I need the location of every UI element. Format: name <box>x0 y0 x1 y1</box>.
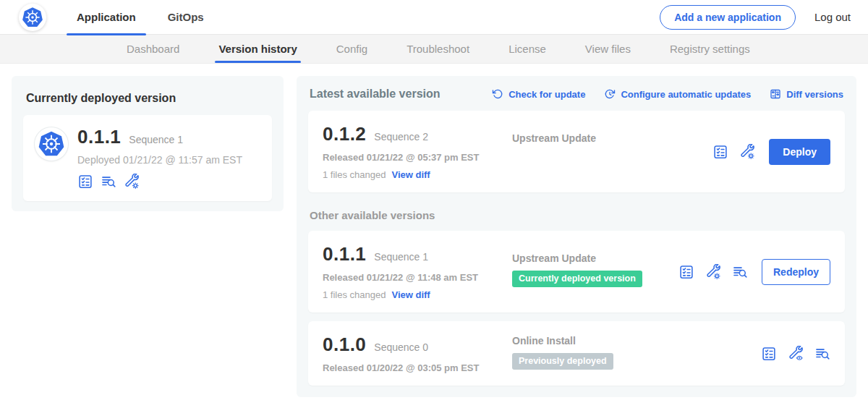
subnav-tab-config[interactable]: Config <box>317 35 387 63</box>
app-logo <box>35 127 68 161</box>
edit-config-icon[interactable] <box>705 264 721 280</box>
version-source: Upstream Update Currently deployed versi… <box>512 243 678 300</box>
version-actions: Redeploy <box>678 259 830 285</box>
view-diff-link[interactable]: View diff <box>391 289 430 300</box>
tab-gitops[interactable]: GitOps <box>158 0 214 35</box>
tab-application[interactable]: Application <box>67 0 146 35</box>
version-actions <box>761 346 830 362</box>
release-notes-icon[interactable] <box>712 144 728 160</box>
deployed-timestamp: Deployed 01/21/22 @ 11:57 am EST <box>77 154 242 166</box>
currently-deployed-card: 0.1.1 Sequence 1 Deployed 01/21/22 @ 11:… <box>23 115 272 201</box>
app-sub-nav: Dashboard Version history Config Trouble… <box>0 35 868 64</box>
version-info: 0.1.0 Sequence 0 Released 01/20/22 @ 03:… <box>323 333 512 373</box>
latest-available-title: Latest available version <box>310 88 441 101</box>
logout-button[interactable]: Log out <box>814 11 851 23</box>
released-timestamp: Released 01/21/22 @ 05:37 pm EST <box>323 152 512 163</box>
view-logs-icon[interactable] <box>101 174 116 190</box>
version-card-0-1-1: 0.1.1 Sequence 1 Released 01/21/22 @ 11:… <box>308 231 845 313</box>
edit-config-icon[interactable] <box>739 144 755 160</box>
main-content: Currently deployed version 0.1.1 Sequenc… <box>0 64 868 408</box>
version-source: Upstream Update <box>512 123 712 180</box>
release-notes-icon[interactable] <box>77 174 93 190</box>
sequence-label: Sequence 2 <box>374 131 428 143</box>
top-nav-right: Add a new application Log out <box>660 5 851 30</box>
tab-application-label: Application <box>77 11 136 23</box>
deployed-actions <box>77 174 242 190</box>
source-label: Upstream Update <box>512 132 712 144</box>
released-timestamp: Released 01/20/22 @ 03:05 pm EST <box>323 362 512 373</box>
redeploy-button[interactable]: Redeploy <box>762 259 830 285</box>
subnav-tab-troubleshoot[interactable]: Troubleshoot <box>387 35 489 63</box>
check-for-update-link[interactable]: Check for update <box>492 88 585 100</box>
sequence-label: Sequence 0 <box>374 341 428 353</box>
subnav-tab-license[interactable]: License <box>489 35 566 63</box>
version-card-0-1-0: 0.1.0 Sequence 0 Released 01/20/22 @ 03:… <box>308 321 845 386</box>
files-changed-label: 1 files changed <box>323 169 386 180</box>
deployed-version-number: 0.1.1 <box>77 126 121 148</box>
deploy-button[interactable]: Deploy <box>769 139 830 165</box>
version-number: 0.1.1 <box>323 243 366 265</box>
version-source: Online Install Previously deployed <box>512 333 761 373</box>
files-changed-label: 1 files changed <box>323 289 386 300</box>
refresh-icon <box>492 88 503 100</box>
edit-config-icon[interactable] <box>124 174 140 190</box>
release-notes-icon[interactable] <box>678 264 694 280</box>
subnav-tab-registry-settings[interactable]: Registry settings <box>650 35 770 63</box>
version-history-panel: Latest available version Check for updat… <box>297 76 856 397</box>
tab-gitops-label: GitOps <box>168 11 204 23</box>
version-card-0-1-2: 0.1.2 Sequence 2 Released 01/21/22 @ 05:… <box>308 111 845 192</box>
view-logs-icon[interactable] <box>814 346 830 362</box>
release-notes-icon[interactable] <box>761 346 777 362</box>
sequence-label: Sequence 1 <box>374 251 428 263</box>
currently-deployed-panel: Currently deployed version 0.1.1 Sequenc… <box>12 76 284 211</box>
subnav-tab-view-files[interactable]: View files <box>566 35 650 63</box>
version-number: 0.1.0 <box>323 333 366 356</box>
subnav-tab-version-history[interactable]: Version history <box>199 35 316 63</box>
deployed-sequence-label: Sequence 1 <box>129 134 183 145</box>
view-logs-icon[interactable] <box>732 264 748 280</box>
configure-automatic-updates-link[interactable]: Configure automatic updates <box>604 88 751 100</box>
subnav-tab-dashboard[interactable]: Dashboard <box>107 35 199 63</box>
released-timestamp: Released 01/21/22 @ 11:48 am EST <box>323 272 512 283</box>
currently-deployed-badge: Currently deployed version <box>512 271 642 287</box>
source-label: Upstream Update <box>512 252 678 264</box>
currently-deployed-title: Currently deployed version <box>23 86 272 115</box>
other-versions-title: Other available versions <box>308 192 845 231</box>
diff-icon <box>770 88 781 100</box>
schedule-icon <box>604 88 616 100</box>
diff-versions-link[interactable]: Diff versions <box>770 88 843 100</box>
deployed-version-info: 0.1.1 Sequence 1 Deployed 01/21/22 @ 11:… <box>77 126 242 190</box>
version-actions: Deploy <box>712 139 830 165</box>
version-info: 0.1.2 Sequence 2 Released 01/21/22 @ 05:… <box>323 123 512 180</box>
view-config-icon[interactable] <box>788 346 804 362</box>
version-info: 0.1.1 Sequence 1 Released 01/21/22 @ 11:… <box>323 243 512 300</box>
versions-header: Latest available version Check for updat… <box>308 88 845 111</box>
previously-deployed-badge: Previously deployed <box>512 353 613 370</box>
top-nav: Application GitOps Add a new application… <box>0 0 868 35</box>
kubernetes-logo <box>19 4 46 31</box>
source-label: Online Install <box>512 335 761 347</box>
version-header-actions: Check for update Configure automatic upd… <box>492 88 843 100</box>
version-number: 0.1.2 <box>323 123 366 145</box>
view-diff-link[interactable]: View diff <box>391 169 430 180</box>
add-application-button[interactable]: Add a new application <box>660 5 796 30</box>
